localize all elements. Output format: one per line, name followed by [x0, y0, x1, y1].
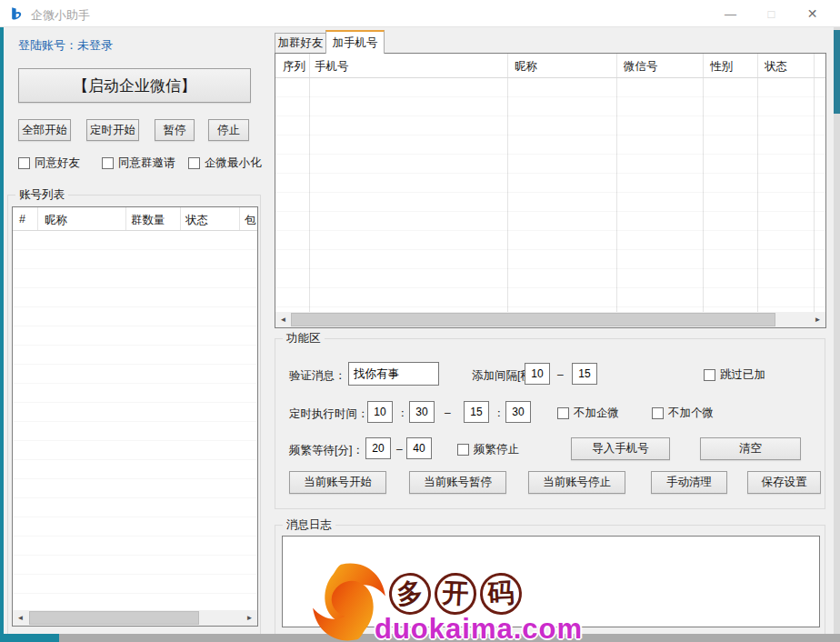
window-vscrollbar[interactable] — [834, 27, 840, 634]
stop-button[interactable]: 停止 — [208, 119, 249, 141]
stop-label: 停止 — [217, 123, 240, 138]
current-account-stop-label: 当前账号停止 — [543, 475, 611, 490]
skip-added-checkbox-box — [704, 369, 715, 381]
scroll-right-icon[interactable]: ► — [810, 312, 825, 327]
no-corp-wechat-label: 不加企微 — [574, 406, 619, 421]
function-area-title: 功能区 — [283, 331, 325, 346]
account-col-index[interactable]: # — [19, 213, 25, 226]
minimize-button[interactable]: — — [710, 0, 751, 27]
tab-join-group[interactable]: 加群好友 — [275, 33, 326, 53]
no-personal-wechat-checkbox[interactable]: 不加个微 — [652, 406, 714, 421]
account-col-groupcount[interactable]: 群数量 — [131, 213, 165, 228]
import-phone-button[interactable]: 导入手机号 — [571, 437, 670, 460]
close-icon: ✕ — [807, 6, 818, 21]
current-account-pause-label: 当前账号暂停 — [424, 475, 492, 490]
phone-col-wechatid[interactable]: 微信号 — [624, 59, 658, 75]
phone-col-seq[interactable]: 序列 — [283, 59, 305, 75]
phone-col-nickname[interactable]: 昵称 — [515, 59, 537, 75]
account-col-nickname[interactable]: 昵称 — [45, 213, 67, 228]
interval-max-input[interactable] — [572, 363, 597, 385]
phone-table-header: 序列 手机号 昵称 微信号 性别 状态 — [275, 54, 825, 77]
window-title: 企微小助手 — [31, 7, 90, 24]
minimize-wework-checkbox[interactable]: 企微最小化 — [188, 155, 262, 171]
skip-added-checkbox[interactable]: 跳过已加 — [704, 367, 765, 383]
current-account-stop-button[interactable]: 当前账号停止 — [528, 471, 625, 494]
phone-table-hscrollbar[interactable]: ◄ ► — [275, 312, 825, 327]
pause-button[interactable]: 暂停 — [155, 119, 195, 141]
clear-button[interactable]: 清空 — [700, 437, 801, 460]
agree-friend-checkbox-box — [18, 157, 30, 169]
busy-stop-checkbox[interactable]: 频繁停止 — [457, 442, 519, 457]
busy-stop-label: 频繁停止 — [474, 442, 519, 457]
account-table-header: # 昵称 群数量 状态 包 — [13, 207, 257, 230]
account-table-body — [13, 231, 257, 609]
agree-friend-checkbox[interactable]: 同意好友 — [18, 155, 80, 171]
account-table-hscrollbar[interactable]: ◄ ► — [13, 610, 257, 626]
account-col-clipped[interactable]: 包 — [245, 213, 256, 228]
column-divider — [239, 207, 240, 230]
no-corp-wechat-checkbox-box — [557, 407, 569, 419]
login-status-row: 登陆账号：未登录 — [18, 37, 113, 54]
scroll-left-icon[interactable]: ◄ — [275, 312, 291, 327]
scroll-left-icon[interactable]: ◄ — [13, 610, 28, 626]
account-list-group-title: 账号列表 — [15, 187, 68, 203]
minimize-wework-label: 企微最小化 — [205, 155, 262, 171]
app-icon — [9, 6, 24, 21]
current-account-start-button[interactable]: 当前账号开始 — [289, 471, 386, 494]
busy-wait-max-input[interactable] — [406, 437, 432, 459]
phone-col-gender[interactable]: 性别 — [710, 59, 733, 75]
verify-message-input[interactable] — [348, 362, 439, 386]
duokaima-watermark: 多 开 码 duokaima.com — [305, 557, 560, 642]
column-divider — [125, 207, 126, 230]
no-corp-wechat-checkbox[interactable]: 不加企微 — [557, 406, 619, 421]
account-col-status[interactable]: 状态 — [185, 213, 208, 228]
range-dash: – — [557, 368, 564, 381]
account-hscroll-thumb[interactable] — [29, 611, 199, 625]
schedule-end-minute-input[interactable] — [505, 401, 531, 423]
account-table: # 昵称 群数量 状态 包 ◄ ► — [12, 206, 258, 627]
current-account-pause-button[interactable]: 当前账号暂停 — [409, 471, 506, 494]
save-settings-label: 保存设置 — [762, 475, 807, 490]
close-button[interactable]: ✕ — [792, 0, 833, 27]
schedule-start-minute-input[interactable] — [409, 401, 435, 423]
interval-min-input[interactable] — [525, 363, 550, 385]
launch-wework-button[interactable]: 【启动企业微信】 — [18, 68, 251, 103]
window-left-border — [0, 27, 4, 634]
time-colon: ： — [494, 406, 505, 421]
message-log-title: 消息日志 — [283, 517, 335, 533]
column-divider — [180, 207, 181, 230]
titlebar: 企微小助手 — □ ✕ — [0, 0, 840, 27]
busy-wait-label: 频繁等待[分]： — [289, 443, 364, 458]
launch-wework-label: 【启动企业微信】 — [73, 75, 196, 96]
tab-add-phone-label: 加手机号 — [333, 35, 378, 51]
logo-domain-text: duokaima.com — [375, 613, 583, 642]
clear-label: 清空 — [739, 441, 762, 456]
start-all-label: 全部开始 — [22, 123, 67, 138]
no-personal-wechat-label: 不加个微 — [668, 406, 714, 421]
scroll-right-icon[interactable]: ► — [242, 610, 257, 626]
save-settings-button[interactable]: 保存设置 — [747, 471, 821, 494]
manual-clean-button[interactable]: 手动清理 — [651, 471, 727, 494]
start-all-button[interactable]: 全部开始 — [18, 119, 71, 141]
scheduled-start-button[interactable]: 定时开始 — [86, 119, 139, 141]
agree-group-invite-checkbox[interactable]: 同意群邀请 — [102, 155, 175, 171]
app-window: { "window": { "title": "企微小助手" }, "icons… — [0, 0, 840, 642]
maximize-icon: □ — [768, 7, 775, 21]
schedule-end-hour-input[interactable] — [464, 401, 489, 423]
no-personal-wechat-checkbox-box — [652, 407, 664, 419]
phone-col-phone[interactable]: 手机号 — [315, 59, 349, 75]
phone-hscroll-thumb[interactable] — [291, 313, 775, 326]
logo-char-duo: 多 — [387, 571, 434, 617]
time-colon: ： — [397, 406, 408, 421]
busy-wait-min-input[interactable] — [365, 437, 391, 459]
schedule-time-label: 定时执行时间： — [289, 406, 369, 422]
logo-char-ma: 码 — [479, 572, 523, 616]
maximize-button[interactable]: □ — [751, 0, 792, 27]
phone-col-status[interactable]: 状态 — [765, 59, 787, 75]
pause-label: 暂停 — [164, 123, 186, 138]
schedule-start-hour-input[interactable] — [367, 401, 393, 423]
tab-add-phone[interactable]: 加手机号 — [325, 30, 385, 54]
bottom-edge-accent — [0, 634, 59, 642]
vscroll-thumb[interactable] — [834, 30, 840, 114]
range-dash: – — [396, 443, 403, 456]
